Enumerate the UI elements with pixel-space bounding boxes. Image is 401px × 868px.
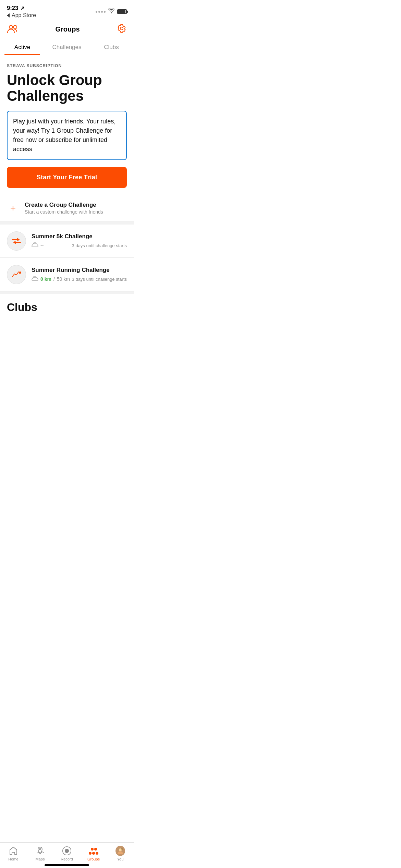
signal-icon [96,11,106,13]
subscription-description: Play just with your friends. Your rules,… [7,111,127,160]
settings-icon[interactable] [117,23,127,35]
tab-challenges[interactable]: Challenges [45,39,89,55]
tab-active[interactable]: Active [0,39,45,55]
section-divider-2 [0,291,134,294]
challenge-info-1: Summer 5k Challenge -- 3 days until chal… [32,233,127,249]
svg-point-1 [13,25,17,29]
challenge-info-2: Summer Running Challenge 0 km / 50 km 3 … [32,267,127,282]
header: Groups [0,21,134,39]
back-button[interactable]: App Store [7,12,36,19]
challenge-item-2[interactable]: Summer Running Challenge 0 km / 50 km 3 … [0,258,134,291]
page-title: Groups [55,25,80,33]
status-bar: 9:23 ↗ App Store [0,0,134,21]
plus-icon: + [7,202,19,214]
challenge-avatar-1 [7,231,26,251]
status-left: 9:23 ↗ App Store [7,5,36,19]
subscription-label: STRAVA SUBSCRIPTION [7,63,127,68]
challenge-stats-1: -- [32,242,44,249]
challenge-meta-2: 0 km / 50 km 3 days until challenge star… [32,276,127,282]
challenge-avatar-2 [7,265,26,284]
create-challenge-button[interactable]: + Create a Group Challenge Start a custo… [0,195,134,222]
chart-icon [12,270,21,280]
svg-point-0 [9,25,13,29]
status-time: 9:23 ↗ [7,5,36,12]
create-challenge-text: Create a Group Challenge Start a custom … [25,202,103,215]
challenge-stats-2: 0 km / 50 km [32,276,70,282]
free-trial-button[interactable]: Start Your Free Trial [7,167,127,188]
challenge-meta-1: -- 3 days until challenge starts [32,242,127,249]
tab-clubs[interactable]: Clubs [89,39,134,55]
clubs-partial: Clubs [0,294,134,314]
shoe-icon-2 [32,276,38,282]
subscription-title: Unlock Group Challenges [7,72,127,104]
section-divider [0,222,134,225]
tab-bar: Active Challenges Clubs [0,39,134,55]
wifi-icon [108,9,114,15]
groups-icon[interactable] [7,24,19,35]
challenge-item[interactable]: Summer 5k Challenge -- 3 days until chal… [0,225,134,258]
arrows-icon [12,238,21,244]
subscription-section: STRAVA SUBSCRIPTION Unlock Group Challen… [0,55,134,195]
battery-icon [117,9,127,14]
shoe-icon [32,242,38,249]
chevron-left-icon [7,13,10,17]
main-content: STRAVA SUBSCRIPTION Unlock Group Challen… [0,55,134,355]
status-right [96,9,127,15]
